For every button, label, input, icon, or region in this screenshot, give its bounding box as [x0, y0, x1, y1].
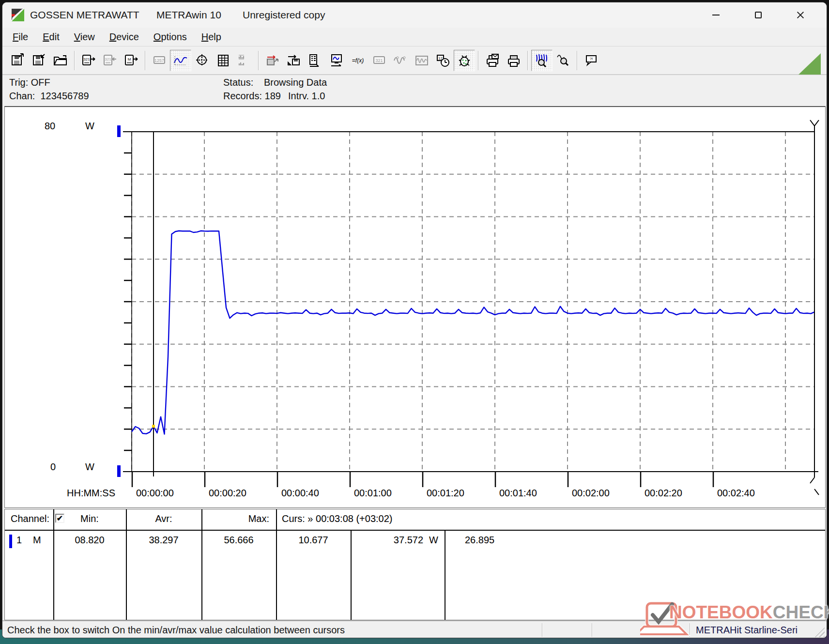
- table-icon: [216, 53, 230, 68]
- cursor2-top-handle[interactable]: [810, 120, 819, 132]
- panel-1257-icon: 1257: [152, 53, 167, 68]
- x-axis-format-label: HH:MM:SS: [67, 488, 115, 499]
- export-transfer-button[interactable]: [262, 50, 283, 71]
- disk-in-icon: [32, 53, 46, 68]
- window-title-license: Unregistered copy: [243, 9, 325, 21]
- disk-out-icon: [11, 53, 25, 68]
- col-header-max: Max:: [201, 513, 276, 524]
- window-title-product: METRAwin 10: [156, 9, 221, 21]
- channel-range-marker-top: [117, 125, 121, 137]
- minimize-icon: [712, 15, 720, 15]
- cursor1-curve-dot: [152, 425, 155, 428]
- status-value: Browsing Data: [264, 77, 327, 88]
- menu-item-options[interactable]: Options: [146, 30, 194, 45]
- acquisition-status-panel: Trig: OFF Chan: 123456789 Status: Browsi…: [2, 76, 827, 105]
- save-file-button[interactable]: [7, 50, 29, 71]
- chart-view-button[interactable]: [170, 50, 191, 71]
- table-divider: [445, 530, 445, 620]
- hint-button[interactable]: ?!: [581, 50, 602, 71]
- window-resize-grip[interactable]: [812, 625, 825, 637]
- formula-button[interactable]: =f(x): [347, 50, 368, 71]
- toolbar: 321321M1257=f(x)32112?!: [2, 46, 827, 75]
- numeric-display-button: 1257: [149, 50, 170, 71]
- damped-icon: [414, 53, 429, 68]
- toolbar-separator: [74, 51, 75, 70]
- power-curve: [132, 231, 814, 434]
- menu-item-edit[interactable]: Edit: [35, 30, 66, 45]
- max-value: 56.666: [201, 535, 276, 546]
- print-preview-button[interactable]: [482, 50, 503, 71]
- maximize-button[interactable]: [743, 5, 773, 25]
- channels-icon: [308, 53, 322, 68]
- avr-value: 38.297: [126, 535, 201, 546]
- toolbar-separator: [258, 51, 259, 70]
- zoom-curve-button[interactable]: [531, 50, 553, 71]
- x-tick-label: 00:01:20: [427, 488, 464, 499]
- channel-setup-button[interactable]: [305, 50, 326, 71]
- svg-text:=f(x): =f(x): [352, 57, 364, 64]
- cursor2-unit: W: [429, 535, 438, 546]
- metrawin-window: GOSSEN METRAWATT METRAwin 10 Unregistere…: [2, 2, 827, 638]
- envelope-view-button: [411, 50, 432, 71]
- read-device-button[interactable]: 321: [78, 50, 99, 71]
- table-header-rule: [5, 530, 825, 531]
- interval-value: Intrv. 1.0: [288, 91, 325, 102]
- x-tick-label: 00:02:00: [572, 488, 610, 499]
- menu-item-device[interactable]: Device: [102, 30, 146, 45]
- debug-run-button[interactable]: [454, 50, 475, 71]
- chart-panel[interactable]: 80 W 0 W HH:MM:SS 00:00:0000:00:2000:00:…: [4, 106, 826, 508]
- col-header-cursors: Curs: » 00:03:08 (+03:02): [282, 513, 392, 524]
- chart-canvas[interactable]: [5, 107, 825, 507]
- svg-text:321: 321: [375, 58, 383, 63]
- zoom-out-button[interactable]: [553, 50, 574, 71]
- bug-icon: [457, 53, 472, 68]
- zoom-out-icon: [556, 53, 570, 68]
- time-setup-button[interactable]: 12: [432, 50, 454, 71]
- channel-number: 1: [16, 535, 22, 546]
- svg-text:M: M: [128, 57, 131, 61]
- col-header-min: Min:: [53, 513, 126, 524]
- statusbar-separator: [592, 623, 593, 637]
- numeric-321-button: 321: [368, 50, 390, 71]
- crosshair-icon: [195, 53, 209, 68]
- app-icon: [11, 8, 25, 22]
- title-bar[interactable]: GOSSEN METRAWATT METRAwin 10 Unregistere…: [2, 2, 827, 28]
- svg-text:1257: 1257: [154, 58, 164, 63]
- menu-item-view[interactable]: View: [67, 30, 102, 45]
- device-store-button[interactable]: [283, 50, 305, 71]
- monitor-button[interactable]: [326, 50, 347, 71]
- close-icon: [797, 11, 804, 19]
- x-tick-label: 00:02:40: [717, 488, 755, 499]
- table-view-button[interactable]: [213, 50, 234, 71]
- meter-out-icon: 321: [81, 53, 96, 68]
- minimize-button[interactable]: [701, 5, 731, 25]
- svg-text:321: 321: [105, 57, 111, 61]
- menu-bar: FileEditViewDeviceOptionsHelp: [2, 28, 827, 46]
- hint-icon: ?!: [584, 53, 599, 68]
- x-tick-label: 00:01:40: [499, 488, 537, 499]
- menu-item-help[interactable]: Help: [194, 30, 229, 45]
- channel-mode: M: [33, 535, 41, 546]
- xy-view-button[interactable]: [191, 50, 213, 71]
- send-device-button: 321: [99, 50, 121, 71]
- menu-item-file[interactable]: File: [5, 30, 35, 45]
- cursor2-bottom-handle[interactable]: [810, 472, 819, 495]
- monitor-wave-icon: [329, 53, 344, 68]
- sine-view-button: [390, 50, 411, 71]
- bars-icon: [237, 53, 252, 68]
- close-button[interactable]: [785, 5, 815, 25]
- panel-321-icon: 321: [372, 53, 386, 68]
- open-file-button[interactable]: [50, 50, 71, 71]
- zoom-wave-icon: [535, 53, 549, 68]
- status-label: Status:: [223, 77, 253, 88]
- read-memory-button[interactable]: M: [121, 50, 142, 71]
- device-disk-icon: [287, 53, 301, 68]
- print-button[interactable]: [503, 50, 524, 71]
- table-divider: [276, 509, 277, 620]
- y-unit-bottom-label: W: [85, 461, 94, 473]
- min-value: 08.820: [53, 535, 126, 546]
- save-as-button[interactable]: [29, 50, 50, 71]
- status-bar: Check the box to switch On the min/avr/m…: [2, 620, 827, 638]
- printer-icon: [507, 53, 521, 68]
- table-divider: [201, 509, 202, 620]
